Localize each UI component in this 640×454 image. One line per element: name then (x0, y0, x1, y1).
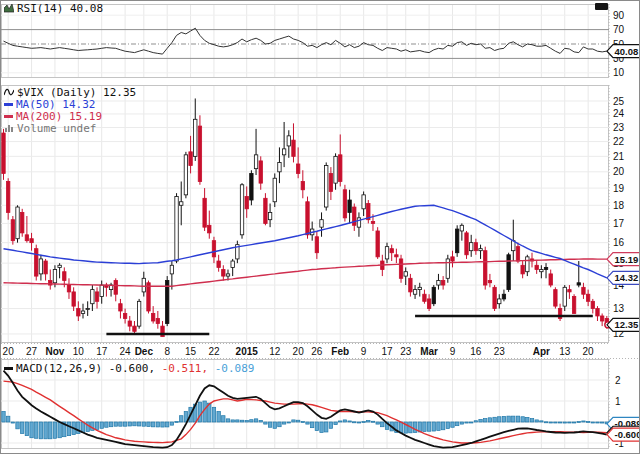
svg-text:8: 8 (164, 346, 170, 357)
macd-legend-part: -0.089 (208, 362, 254, 375)
svg-text:16: 16 (613, 237, 625, 248)
rsi-legend-label: RSI(14) 40.08 (17, 2, 103, 15)
ma200-dash-icon (4, 115, 13, 118)
svg-text:18: 18 (613, 200, 625, 211)
svg-text:Dec: Dec (135, 346, 154, 357)
svg-text:23: 23 (613, 122, 625, 133)
svg-text:27: 27 (26, 346, 38, 357)
macd-dash-icon (4, 367, 13, 370)
svg-text:70: 70 (613, 24, 625, 35)
svg-text:10: 10 (613, 67, 625, 78)
corner-artifact-mark (595, 3, 608, 10)
svg-text:25: 25 (613, 96, 625, 107)
macd-legend-part: MACD(12,26,9) -0.600, (16, 362, 155, 375)
svg-text:19: 19 (613, 183, 625, 194)
svg-text:13: 13 (613, 303, 625, 314)
svg-text:15: 15 (185, 346, 197, 357)
svg-text:20: 20 (613, 166, 625, 177)
area-chart-icon (4, 3, 14, 13)
svg-text:23: 23 (400, 346, 412, 357)
svg-text:24: 24 (613, 108, 625, 119)
svg-text:20: 20 (583, 346, 595, 357)
candlestick-style-icon (4, 87, 14, 97)
svg-text:Feb: Feb (331, 346, 349, 357)
svg-text:1: 1 (615, 396, 621, 407)
svg-text:-0.600: -0.600 (615, 429, 640, 440)
chart-canvas[interactable]: 907050301040.082524232221201918171615141… (1, 1, 640, 454)
volume-bars-icon (4, 123, 14, 133)
macd-legend-label: MACD(12,26,9) -0.600, -0.511, -0.089 (16, 362, 254, 375)
svg-text:2015: 2015 (236, 346, 259, 357)
price-legend: $VIX (Daily) 12.35 MA(50) 14.32 MA(200) … (4, 86, 136, 134)
svg-text:Apr: Apr (533, 346, 550, 357)
svg-text:17: 17 (613, 218, 625, 229)
rsi-legend: RSI(14) 40.08 (4, 2, 103, 14)
svg-text:16: 16 (470, 346, 482, 357)
svg-text:20: 20 (293, 346, 305, 357)
stock-chart-frame: 907050301040.082524232221201918171615141… (0, 0, 640, 454)
svg-text:90: 90 (613, 10, 625, 21)
macd-legend-part: -0.511, (155, 362, 208, 375)
svg-text:Nov: Nov (45, 346, 64, 357)
macd-legend: MACD(12,26,9) -0.600, -0.511, -0.089 (4, 362, 254, 374)
svg-text:24: 24 (120, 346, 132, 357)
svg-text:22: 22 (613, 136, 625, 147)
svg-text:9: 9 (450, 346, 456, 357)
svg-text:13: 13 (559, 346, 571, 357)
svg-text:12.35: 12.35 (615, 319, 639, 330)
ma50-dash-icon (4, 103, 13, 106)
macd-panel (1, 371, 609, 448)
svg-text:21: 21 (613, 151, 625, 162)
svg-text:15.19: 15.19 (615, 254, 639, 265)
svg-text:17: 17 (381, 346, 393, 357)
svg-text:17: 17 (96, 346, 108, 357)
svg-text:Mar: Mar (420, 346, 438, 357)
svg-text:12: 12 (269, 346, 281, 357)
svg-text:40.08: 40.08 (615, 46, 639, 57)
svg-text:9: 9 (361, 346, 367, 357)
svg-text:2: 2 (615, 375, 621, 386)
svg-text:26: 26 (311, 346, 323, 357)
svg-text:23: 23 (494, 346, 506, 357)
volume-legend-label: Volume undef (17, 122, 96, 135)
svg-text:22: 22 (208, 346, 220, 357)
rsi-panel (1, 15, 609, 73)
svg-text:20: 20 (3, 346, 15, 357)
svg-text:10: 10 (73, 346, 85, 357)
svg-text:14.32: 14.32 (615, 272, 639, 283)
